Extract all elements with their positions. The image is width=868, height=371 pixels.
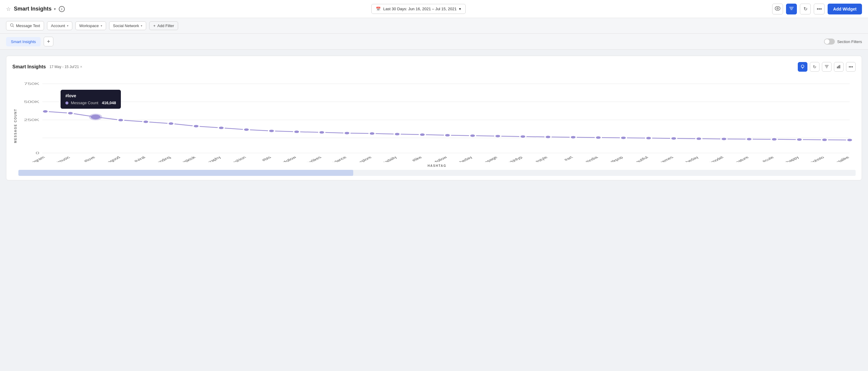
title-group: Smart Insights ▾ bbox=[14, 6, 56, 12]
date-chevron-icon: ▾ bbox=[459, 7, 461, 11]
svg-text:#picoftheday: #picoftheday bbox=[673, 156, 700, 162]
more-options-button[interactable]: ••• bbox=[814, 4, 825, 14]
account-filter[interactable]: Account ▾ bbox=[47, 22, 72, 30]
svg-text:#model: #model bbox=[707, 156, 725, 162]
svg-point-0 bbox=[775, 6, 780, 10]
svg-rect-14 bbox=[838, 66, 839, 68]
svg-text:#love: #love bbox=[82, 156, 96, 162]
scrollbar-thumb[interactable] bbox=[19, 170, 353, 176]
svg-point-41 bbox=[444, 134, 451, 137]
title-chevron-icon[interactable]: ▾ bbox=[54, 7, 56, 11]
chart-scrollbar[interactable] bbox=[19, 170, 856, 176]
add-filter-plus-icon: + bbox=[153, 24, 156, 28]
svg-text:#cute: #cute bbox=[761, 156, 775, 162]
svg-text:#happy: #happy bbox=[782, 156, 800, 162]
widget-filter-button[interactable] bbox=[822, 62, 832, 72]
svg-point-27 bbox=[91, 114, 100, 119]
section-filters-label: Section Filters bbox=[837, 39, 862, 44]
svg-point-55 bbox=[796, 138, 802, 141]
svg-point-30 bbox=[168, 122, 174, 125]
widget-date-badge: 17 May - 15 Jul'21 × bbox=[50, 65, 82, 69]
svg-text:#trending: #trending bbox=[150, 156, 172, 162]
svg-point-56 bbox=[822, 138, 828, 141]
svg-text:#fashion: #fashion bbox=[227, 156, 247, 162]
svg-text:#likeforlikes: #likeforlikes bbox=[297, 156, 323, 162]
svg-point-39 bbox=[394, 133, 400, 136]
svg-point-7 bbox=[801, 65, 804, 67]
svg-point-29 bbox=[143, 121, 149, 124]
svg-point-47 bbox=[595, 136, 601, 139]
header-center: 📅 Last 30 Days: Jun 16, 2021 – Jul 15, 2… bbox=[371, 4, 466, 14]
svg-point-43 bbox=[495, 135, 501, 138]
svg-text:#tiktok: #tiktok bbox=[181, 156, 197, 162]
widget-more-button[interactable]: ••• bbox=[846, 62, 856, 72]
svg-text:#photo: #photo bbox=[809, 156, 826, 162]
svg-text:#instagood: #instagood bbox=[97, 156, 121, 162]
svg-text:#viral: #viral bbox=[133, 156, 147, 162]
svg-text:#india: #india bbox=[584, 156, 599, 162]
bulb-icon bbox=[800, 64, 805, 70]
svg-rect-13 bbox=[837, 67, 838, 68]
svg-point-26 bbox=[67, 112, 73, 115]
svg-point-32 bbox=[218, 127, 224, 130]
svg-point-53 bbox=[746, 138, 752, 141]
svg-text:#explore: #explore bbox=[353, 156, 373, 162]
visibility-button[interactable] bbox=[772, 4, 783, 14]
filter-button[interactable] bbox=[786, 4, 797, 14]
widget-title: Smart Insights bbox=[12, 64, 46, 70]
svg-text:#dance: #dance bbox=[330, 156, 348, 162]
svg-text:250K: 250K bbox=[24, 118, 40, 122]
refresh-button[interactable]: ↻ bbox=[800, 4, 811, 14]
smart-insights-widget: Smart Insights 17 May - 15 Jul'21 × bbox=[6, 56, 862, 180]
svg-text:#photography: #photography bbox=[193, 156, 222, 162]
svg-point-1 bbox=[777, 7, 778, 9]
svg-text:#beautiful: #beautiful bbox=[627, 156, 650, 162]
widget-title-group: Smart Insights 17 May - 15 Jul'21 × bbox=[12, 64, 82, 70]
svg-text:#instalike: #instalike bbox=[829, 156, 850, 162]
svg-text:#memes: #memes bbox=[655, 156, 675, 162]
message-text-label: Message Text bbox=[16, 24, 40, 28]
svg-point-33 bbox=[244, 128, 250, 131]
svg-point-44 bbox=[520, 135, 526, 138]
eye-icon bbox=[775, 6, 780, 12]
tabs-bar: Smart Insights + Section Filters bbox=[0, 34, 868, 50]
svg-rect-15 bbox=[839, 65, 840, 68]
widget-refresh-button[interactable]: ↻ bbox=[810, 62, 819, 72]
widget-insight-button[interactable] bbox=[798, 62, 807, 72]
date-badge-text: 17 May - 15 Jul'21 bbox=[50, 65, 79, 69]
date-range-button[interactable]: 📅 Last 30 Days: Jun 16, 2021 – Jul 15, 2… bbox=[371, 4, 466, 14]
svg-point-5 bbox=[10, 24, 13, 27]
info-icon[interactable]: i bbox=[59, 6, 65, 12]
svg-point-31 bbox=[193, 125, 199, 128]
section-filters-toggle[interactable] bbox=[824, 38, 835, 44]
add-tab-button[interactable]: + bbox=[44, 37, 53, 46]
svg-text:#art: #art bbox=[562, 156, 574, 161]
header-right: ↻ ••• Add Widget bbox=[772, 4, 862, 14]
add-widget-button[interactable]: Add Widget bbox=[828, 4, 862, 14]
widget-actions: ↻ bbox=[798, 62, 856, 72]
svg-point-34 bbox=[269, 130, 275, 133]
message-text-filter[interactable]: Message Text bbox=[6, 21, 44, 30]
svg-text:0: 0 bbox=[36, 151, 39, 155]
svg-point-57 bbox=[846, 138, 852, 141]
favorite-button[interactable]: ☆ bbox=[6, 6, 11, 12]
date-badge-close[interactable]: × bbox=[80, 65, 82, 69]
social-network-chevron-icon: ▾ bbox=[141, 24, 142, 27]
widget-refresh-icon: ↻ bbox=[813, 64, 816, 69]
social-network-filter[interactable]: Social Network ▾ bbox=[109, 22, 147, 30]
x-axis-label: HASHTAG bbox=[19, 164, 856, 167]
svg-text:#nature: #nature bbox=[732, 156, 750, 162]
svg-point-52 bbox=[721, 137, 727, 140]
svg-point-49 bbox=[646, 137, 652, 140]
refresh-icon: ↻ bbox=[804, 6, 807, 12]
svg-point-42 bbox=[470, 134, 475, 137]
workspace-filter[interactable]: Workspace ▾ bbox=[75, 22, 106, 30]
add-filter-button[interactable]: + Add Filter bbox=[149, 22, 178, 30]
svg-point-25 bbox=[42, 110, 48, 113]
svg-text:#style: #style bbox=[534, 156, 549, 162]
account-chevron-icon: ▾ bbox=[67, 24, 68, 27]
tab-smart-insights[interactable]: Smart Insights bbox=[6, 37, 41, 46]
widget-bar-button[interactable] bbox=[834, 62, 844, 72]
page-title: Smart Insights bbox=[14, 6, 52, 12]
widget-more-icon: ••• bbox=[849, 64, 853, 69]
